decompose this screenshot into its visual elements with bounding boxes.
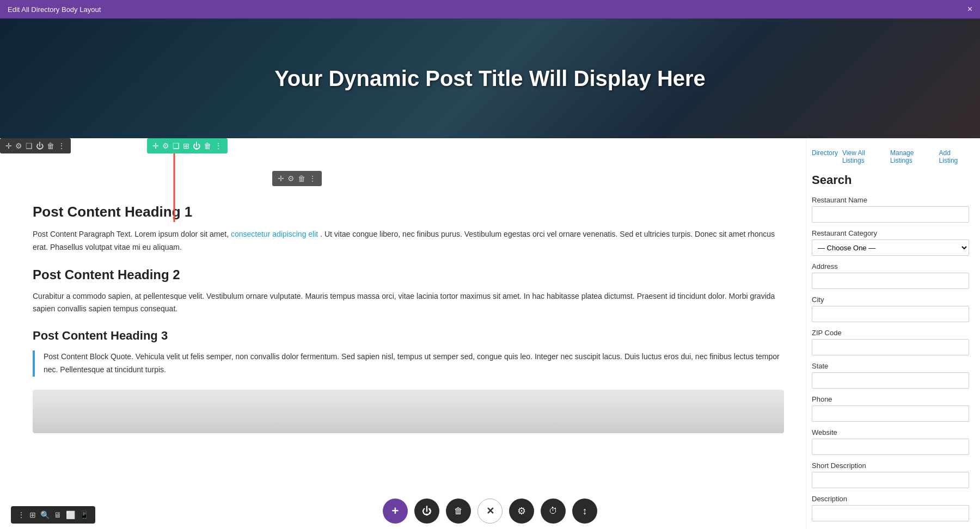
sidebar-nav-all-listings[interactable]: View All Listings [842, 149, 886, 164]
duplicate-icon[interactable]: ❑ [26, 142, 33, 150]
more-icon-grey[interactable]: ⋮ [309, 174, 316, 183]
field-website: Website [812, 428, 969, 455]
power-icon-green[interactable]: ⏻ [193, 142, 200, 150]
input-city[interactable] [812, 306, 969, 322]
grey-toolbar: ✛ ⚙ 🗑 ⋮ [272, 171, 322, 186]
search-title: Search [812, 173, 969, 187]
hero-section: Your Dynamic Post Title Will Display Her… [0, 19, 980, 138]
grid-icon-green[interactable]: ⊞ [183, 142, 189, 150]
post-blockquote: Post Content Block Quote. Vehicula velit… [33, 350, 784, 377]
post-paragraph-1: Post Content Paragraph Text. Lorem ipsum… [33, 228, 784, 254]
label-city: City [812, 296, 969, 304]
post-paragraph-2: Curabitur a commodo sapien, at pellentes… [33, 290, 784, 316]
input-state[interactable] [812, 372, 969, 389]
label-restaurant-name: Restaurant Name [812, 196, 969, 204]
settings-icon-green[interactable]: ⚙ [162, 142, 169, 150]
content-area: Post Content Heading 1 Post Content Para… [0, 138, 806, 529]
paragraph-1-text: Post Content Paragraph Text. Lorem ipsum… [33, 230, 231, 238]
field-address: Address [812, 262, 969, 289]
select-restaurant-category[interactable]: — Choose One — [812, 239, 969, 256]
field-restaurant-category: Restaurant Category — Choose One — [812, 229, 969, 256]
label-state: State [812, 362, 969, 370]
label-address: Address [812, 262, 969, 270]
input-restaurant-name[interactable] [812, 206, 969, 223]
settings-icon[interactable]: ⚙ [15, 142, 22, 150]
settings-icon-grey[interactable]: ⚙ [287, 174, 295, 183]
sidebar-nav-directory[interactable]: Directory [812, 149, 838, 164]
sidebar-nav: Directory View All Listings Manage Listi… [812, 149, 969, 164]
top-bar: Edit All Directory Body Layout × [0, 0, 980, 19]
close-icon[interactable]: × [967, 4, 972, 14]
left-toolbar: ✛ ⚙ ❑ ⏻ 🗑 ⋮ [0, 138, 71, 153]
field-state: State [812, 362, 969, 389]
post-heading-3: Post Content Heading 3 [33, 329, 784, 343]
input-zip[interactable] [812, 339, 969, 355]
input-phone[interactable] [812, 405, 969, 422]
move-icon[interactable]: ✛ [5, 142, 12, 150]
input-address[interactable] [812, 273, 969, 289]
timer-button[interactable]: ⏱ [541, 499, 566, 524]
post-heading-2: Post Content Heading 2 [33, 267, 784, 282]
field-short-description: Short Description [812, 462, 969, 488]
field-phone: Phone [812, 395, 969, 422]
label-website: Website [812, 428, 969, 436]
move-icon-grey[interactable]: ✛ [278, 174, 284, 183]
field-zip: ZIP Code [812, 329, 969, 355]
hero-title: Your Dynamic Post Title Will Display Her… [274, 66, 706, 91]
bottom-strip [33, 390, 784, 433]
close-button[interactable]: ✕ [477, 499, 503, 524]
power-icon[interactable]: ⏻ [36, 142, 44, 150]
input-website[interactable] [812, 439, 969, 455]
sidebar-nav-add-listing[interactable]: Add Listing [939, 149, 969, 164]
top-bar-title: Edit All Directory Body Layout [8, 5, 101, 14]
label-zip: ZIP Code [812, 329, 969, 337]
green-toolbar: ✛ ⚙ ❑ ⊞ ⏻ 🗑 ⋮ [147, 138, 228, 153]
post-content: Post Content Heading 1 Post Content Para… [33, 155, 784, 433]
trash-icon[interactable]: 🗑 [47, 142, 54, 150]
settings-button[interactable]: ⚙ [509, 499, 534, 524]
label-phone: Phone [812, 395, 969, 403]
power-button[interactable]: ⏻ [414, 499, 439, 524]
add-button[interactable]: + [383, 499, 408, 524]
more-icon[interactable]: ⋮ [58, 142, 65, 150]
duplicate-icon-green[interactable]: ❑ [173, 142, 180, 150]
paragraph-1-link[interactable]: consectetur adipiscing elit [231, 230, 318, 238]
post-heading-1: Post Content Heading 1 [33, 204, 784, 220]
move-icon-green[interactable]: ✛ [152, 142, 159, 150]
field-city: City [812, 296, 969, 322]
more-icon-green[interactable]: ⋮ [215, 142, 222, 150]
label-short-description: Short Description [812, 462, 969, 470]
trash-icon-grey[interactable]: 🗑 [298, 174, 305, 183]
input-short-description[interactable] [812, 472, 969, 488]
sidebar: Directory View All Listings Manage Listi… [806, 138, 980, 529]
bottom-toolbar: + ⏻ 🗑 ✕ ⚙ ⏱ ↕ [0, 493, 980, 529]
label-restaurant-category: Restaurant Category [812, 229, 969, 237]
trash-button[interactable]: 🗑 [446, 499, 471, 524]
field-restaurant-name: Restaurant Name [812, 196, 969, 223]
trash-icon-green[interactable]: 🗑 [204, 142, 211, 150]
sidebar-nav-manage-listings[interactable]: Manage Listings [890, 149, 935, 164]
swap-button[interactable]: ↕ [572, 499, 597, 524]
